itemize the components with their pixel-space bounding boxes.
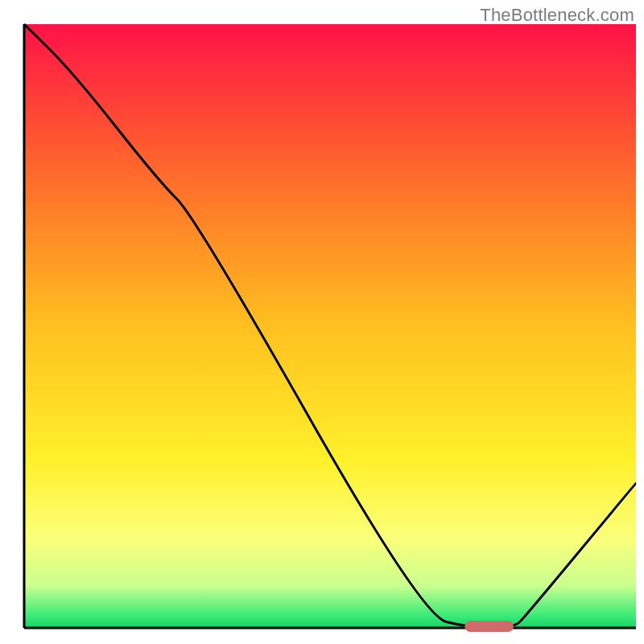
watermark-text: TheBottleneck.com xyxy=(480,5,634,26)
chart-container: TheBottleneck.com xyxy=(0,0,644,644)
bottleneck-chart xyxy=(0,0,644,644)
optimal-range-marker xyxy=(464,621,514,632)
plot-background xyxy=(24,24,636,628)
